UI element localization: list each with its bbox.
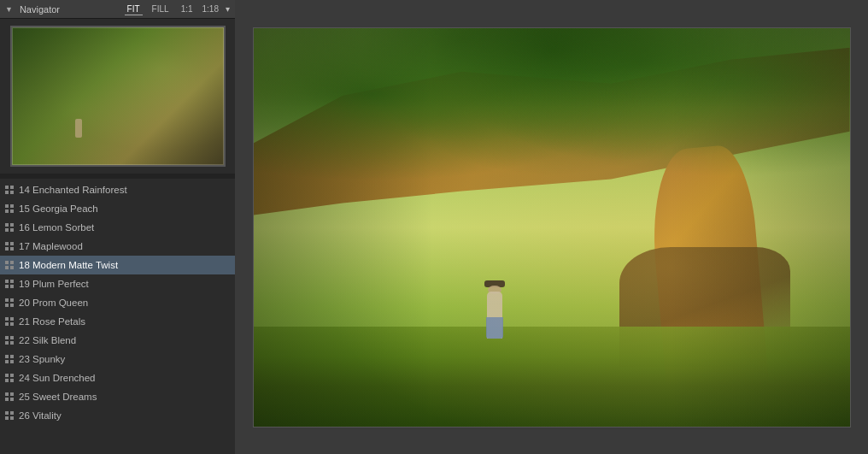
navigator-preview xyxy=(0,19,235,174)
preset-label: 15 Georgia Peach xyxy=(19,203,98,214)
preset-grid-icon xyxy=(5,186,14,194)
shadow-overlay xyxy=(254,28,850,427)
preset-label: 19 Plum Perfect xyxy=(19,279,89,289)
nav-dropdown[interactable]: ▾ xyxy=(226,4,230,14)
fit-button[interactable]: FIT xyxy=(125,3,143,15)
navigator-title: Navigator xyxy=(20,4,118,15)
preset-item-17[interactable]: 17 Maplewood xyxy=(0,237,235,256)
preset-item-20[interactable]: 20 Prom Queen xyxy=(0,293,235,312)
preset-label: 25 Sweet Dreams xyxy=(19,392,97,402)
preset-grid-icon xyxy=(5,261,14,269)
preset-grid-icon xyxy=(5,223,14,232)
main-content xyxy=(235,0,868,454)
preset-grid-icon xyxy=(5,392,14,401)
preset-grid-icon xyxy=(5,336,14,345)
preset-grid-icon xyxy=(5,280,14,288)
preset-label: 14 Enchanted Rainforest xyxy=(19,185,127,195)
fill-button[interactable]: FILL xyxy=(150,3,172,15)
preset-label: 22 Silk Blend xyxy=(19,335,76,345)
main-image-container xyxy=(253,27,851,427)
preset-item-15[interactable]: 15 Georgia Peach xyxy=(0,199,235,218)
preset-grid-icon xyxy=(5,204,14,213)
preset-item-14[interactable]: 14 Enchanted Rainforest xyxy=(0,180,235,199)
preset-label: 26 Vitality xyxy=(19,410,62,421)
preset-label: 23 Spunky xyxy=(19,354,65,364)
preview-image xyxy=(12,27,224,165)
preset-item-16[interactable]: 16 Lemon Sorbet xyxy=(0,218,235,237)
preset-grid-icon xyxy=(5,317,14,326)
preset-item-23[interactable]: 23 Spunky xyxy=(0,350,235,369)
nav-ratio: 1:18 xyxy=(202,4,219,14)
navigator-header: ▼ Navigator FIT FILL 1:1 1:18 ▾ xyxy=(0,0,235,19)
preset-grid-icon xyxy=(5,298,14,307)
preset-grid-icon xyxy=(5,355,14,363)
preset-grid-icon xyxy=(5,411,14,420)
preset-grid-icon xyxy=(5,374,14,382)
preset-label: 16 Lemon Sorbet xyxy=(19,222,94,233)
preset-label: 24 Sun Drenched xyxy=(19,373,96,383)
left-panel: ▼ Navigator FIT FILL 1:1 1:18 ▾ 14 Encha… xyxy=(0,0,235,454)
preview-image-container[interactable] xyxy=(10,26,226,167)
navigator-triangle[interactable]: ▼ xyxy=(5,5,13,14)
preset-label: 20 Prom Queen xyxy=(19,298,88,308)
preset-item-18[interactable]: 18 Modern Matte Twist xyxy=(0,256,235,274)
preset-item-21[interactable]: 21 Rose Petals xyxy=(0,312,235,331)
preview-box xyxy=(12,27,224,165)
preset-label: 21 Rose Petals xyxy=(19,316,85,327)
preset-label: 18 Modern Matte Twist xyxy=(19,260,118,270)
preset-item-22[interactable]: 22 Silk Blend xyxy=(0,331,235,350)
main-image xyxy=(254,28,850,427)
preset-label: 17 Maplewood xyxy=(19,241,83,251)
preset-item-19[interactable]: 19 Plum Perfect xyxy=(0,274,235,293)
preset-grid-icon xyxy=(5,242,14,251)
preset-item-24[interactable]: 24 Sun Drenched xyxy=(0,369,235,387)
preset-item-26[interactable]: 26 Vitality xyxy=(0,406,235,425)
presets-list[interactable]: 14 Enchanted Rainforest15 Georgia Peach1… xyxy=(0,179,235,454)
ratio-1-1-button[interactable]: 1:1 xyxy=(179,3,196,15)
preset-item-25[interactable]: 25 Sweet Dreams xyxy=(0,387,235,406)
